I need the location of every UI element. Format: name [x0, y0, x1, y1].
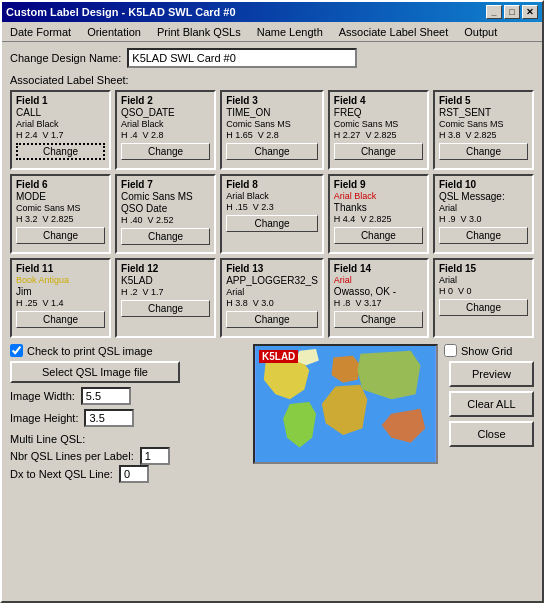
dx-qsl-label: Dx to Next QSL Line:	[10, 468, 113, 480]
image-width-row: Image Width:	[10, 387, 247, 405]
image-width-input[interactable]	[81, 387, 131, 405]
design-name-input[interactable]	[127, 48, 357, 68]
nbr-qsl-label: Nbr QSL Lines per Label:	[10, 450, 134, 462]
field-7-title: Field 7	[121, 179, 210, 190]
show-grid-row: Show Grid	[444, 344, 534, 357]
menu-orientation[interactable]: Orientation	[83, 24, 145, 40]
field-6-box: Field 6 MODE Comic Sans MS H 3.2 V 2.825…	[10, 174, 111, 254]
menu-associate-label-sheet[interactable]: Associate Label Sheet	[335, 24, 452, 40]
world-map-svg	[255, 346, 436, 462]
maximize-button[interactable]: □	[504, 5, 520, 19]
print-image-checkbox[interactable]	[10, 344, 23, 357]
bottom-left: Check to print QSL image Select QSL Imag…	[10, 344, 247, 483]
field-14-dims: H .8 V 3.17	[334, 298, 423, 308]
field-14-box: Field 14 Arial Owasso, OK - H .8 V 3.17 …	[328, 258, 429, 338]
field-15-box: Field 15 Arial H 0 V 0 Change	[433, 258, 534, 338]
content-area: Change Design Name: Associated Label She…	[2, 42, 542, 489]
window-controls: _ □ ✕	[486, 5, 538, 19]
field-2-name: QSO_DATE	[121, 107, 210, 118]
field-6-dims: H 3.2 V 2.825	[16, 214, 105, 224]
show-grid-checkbox[interactable]	[444, 344, 457, 357]
field-13-dims: H 3.8 V 3.0	[226, 298, 318, 308]
bottom-section: Check to print QSL image Select QSL Imag…	[10, 344, 534, 483]
clear-all-button[interactable]: Clear ALL	[449, 391, 534, 417]
select-image-button[interactable]: Select QSL Image file	[10, 361, 180, 383]
field-3-name: TIME_ON	[226, 107, 318, 118]
multiline-section: Multi Line QSL: Nbr QSL Lines per Label:…	[10, 433, 247, 483]
field-13-title: Field 13	[226, 263, 318, 274]
field-15-title: Field 15	[439, 263, 528, 274]
field-3-dims: H 1.65 V 2.8	[226, 130, 318, 140]
field-1-change-button[interactable]: Change	[16, 143, 105, 160]
field-8-font: Arial Black	[226, 191, 318, 201]
image-height-row: Image Height:	[10, 409, 247, 427]
field-7-change-button[interactable]: Change	[121, 228, 210, 245]
field-2-box: Field 2 QSO_DATE Arial Black H .4 V 2.8 …	[115, 90, 216, 170]
field-14-change-button[interactable]: Change	[334, 311, 423, 328]
field-5-title: Field 5	[439, 95, 528, 106]
image-height-input[interactable]	[84, 409, 134, 427]
map-callsign-label: K5LAD	[259, 350, 298, 363]
field-11-change-button[interactable]: Change	[16, 311, 105, 328]
field-2-change-button[interactable]: Change	[121, 143, 210, 160]
fields-grid: Field 1 CALL Arial Black H 2.4 V 1.7 Cha…	[10, 90, 534, 338]
field-4-change-button[interactable]: Change	[334, 143, 423, 160]
menu-print-blank-qsls[interactable]: Print Blank QSLs	[153, 24, 245, 40]
field-2-font: Arial Black	[121, 119, 210, 129]
field-13-change-button[interactable]: Change	[226, 311, 318, 328]
field-9-change-button[interactable]: Change	[334, 227, 423, 244]
field-14-title: Field 14	[334, 263, 423, 274]
field-10-name: QSL Message:	[439, 191, 528, 202]
close-button-main[interactable]: Close	[449, 421, 534, 447]
image-width-label: Image Width:	[10, 390, 75, 402]
menu-date-format[interactable]: Date Format	[6, 24, 75, 40]
bottom-right: Show Grid Preview Clear ALL Close	[444, 344, 534, 483]
field-3-title: Field 3	[226, 95, 318, 106]
menu-output[interactable]: Output	[460, 24, 501, 40]
dx-qsl-input[interactable]	[119, 465, 149, 483]
field-1-dims: H 2.4 V 1.7	[16, 130, 105, 140]
field-4-name: FREQ	[334, 107, 423, 118]
field-6-name: MODE	[16, 191, 105, 202]
field-8-box: Field 8 Arial Black H .15 V 2.3 Change	[220, 174, 324, 254]
field-9-name: Thanks	[334, 202, 423, 213]
close-button[interactable]: ✕	[522, 5, 538, 19]
field-6-change-button[interactable]: Change	[16, 227, 105, 244]
right-buttons: Preview Clear ALL Close	[444, 361, 534, 447]
multiline-label: Multi Line QSL:	[10, 433, 247, 445]
field-7-name: Comic Sans MS	[121, 191, 210, 202]
field-10-box: Field 10 QSL Message: Arial H .9 V 3.0 C…	[433, 174, 534, 254]
field-11-dims: H .25 V 1.4	[16, 298, 105, 308]
minimize-button[interactable]: _	[486, 5, 502, 19]
field-4-font: Comic Sans MS	[334, 119, 423, 129]
field-10-dims: H .9 V 3.0	[439, 214, 528, 224]
field-8-change-button[interactable]: Change	[226, 215, 318, 232]
nbr-qsl-input[interactable]	[140, 447, 170, 465]
show-grid-label: Show Grid	[461, 345, 512, 357]
field-13-name: APP_LOGGER32_S	[226, 275, 318, 286]
field-9-font: Arial Black	[334, 191, 423, 201]
field-15-font: Arial	[439, 275, 528, 285]
field-12-change-button[interactable]: Change	[121, 300, 210, 317]
print-image-label: Check to print QSL image	[27, 345, 153, 357]
field-15-change-button[interactable]: Change	[439, 299, 528, 316]
field-2-title: Field 2	[121, 95, 210, 106]
menu-name-length[interactable]: Name Length	[253, 24, 327, 40]
field-10-change-button[interactable]: Change	[439, 227, 528, 244]
image-height-label: Image Height:	[10, 412, 78, 424]
field-8-title: Field 8	[226, 179, 318, 190]
associated-label-section: Associated Label Sheet:	[10, 74, 534, 86]
field-9-title: Field 9	[334, 179, 423, 190]
field-12-box: Field 12 K5LAD H .2 V 1.7 Change	[115, 258, 216, 338]
field-11-font: Book Antigua	[16, 275, 105, 285]
field-14-name: Owasso, OK -	[334, 286, 423, 297]
field-11-name: Jim	[16, 286, 105, 297]
field-15-dims: H 0 V 0	[439, 286, 528, 296]
field-2-dims: H .4 V 2.8	[121, 130, 210, 140]
field-5-change-button[interactable]: Change	[439, 143, 528, 160]
field-1-title: Field 1	[16, 95, 105, 106]
preview-button[interactable]: Preview	[449, 361, 534, 387]
field-11-title: Field 11	[16, 263, 105, 274]
field-3-change-button[interactable]: Change	[226, 143, 318, 160]
field-12-dims: H .2 V 1.7	[121, 287, 210, 297]
